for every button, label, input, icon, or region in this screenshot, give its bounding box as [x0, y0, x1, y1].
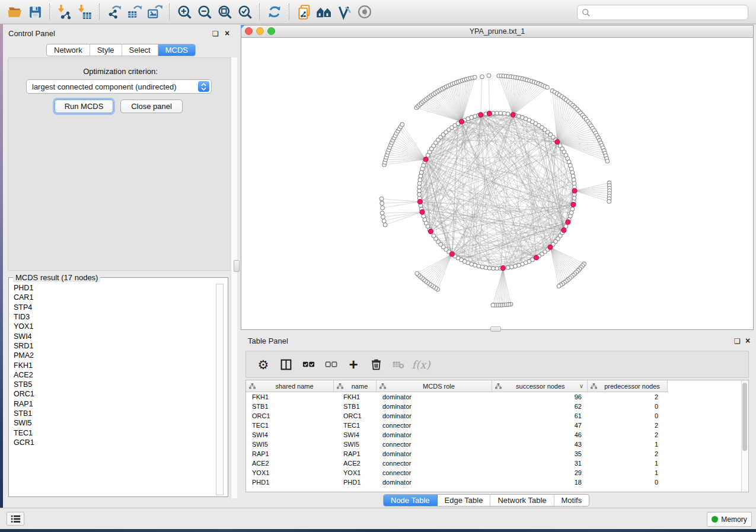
open-folder-icon[interactable] — [5, 2, 25, 22]
table-row[interactable]: YOX1YOX1connector291 — [246, 468, 748, 477]
export-network-icon[interactable] — [104, 2, 125, 22]
network-leaf-node[interactable] — [380, 211, 384, 215]
network-leaf-node[interactable] — [487, 73, 491, 78]
table-row[interactable]: TEC1TEC1connector472 — [246, 421, 748, 430]
tab-motifs[interactable]: Motifs — [554, 495, 589, 506]
mcds-hub-node[interactable] — [571, 202, 576, 207]
network-node[interactable] — [417, 189, 422, 193]
table-row[interactable]: ORC1ORC1dominator610 — [246, 411, 748, 421]
zoom-fit-icon[interactable] — [215, 2, 235, 22]
network-leaf-node[interactable] — [381, 215, 385, 219]
mcds-result-item[interactable]: PMA2 — [10, 351, 215, 360]
control-panel-scrollbar[interactable] — [231, 57, 237, 498]
mcds-result-item[interactable]: TID3 — [10, 312, 215, 322]
mcds-result-item[interactable]: SWI5 — [10, 418, 215, 428]
mcds-hub-node[interactable] — [572, 188, 577, 193]
mcds-hub-node[interactable] — [460, 119, 464, 124]
network-leaf-node[interactable] — [382, 219, 386, 223]
network-leaf-node[interactable] — [607, 200, 611, 204]
network-node[interactable] — [506, 265, 510, 270]
close-panel-button[interactable]: Close panel — [120, 100, 183, 113]
network-node[interactable] — [495, 111, 499, 116]
vizmapper-icon[interactable] — [334, 2, 355, 22]
unselect-all-icon[interactable] — [320, 353, 342, 376]
mcds-hub-node[interactable] — [562, 228, 566, 233]
network-leaf-node[interactable] — [605, 159, 610, 164]
zoom-out-icon[interactable] — [194, 2, 215, 22]
mcds-result-item[interactable]: SRD1 — [10, 341, 215, 351]
mcds-hub-node[interactable] — [511, 113, 515, 117]
show-log-button[interactable] — [7, 512, 24, 525]
mcds-hub-node[interactable] — [487, 111, 492, 116]
search-input[interactable] — [591, 7, 748, 18]
network-node[interactable] — [487, 266, 492, 270]
network-node[interactable] — [510, 265, 514, 269]
network-graph[interactable] — [241, 38, 753, 329]
network-leaf-node[interactable] — [415, 271, 419, 275]
column-header-MCDS-role[interactable]: MCDS role — [377, 380, 492, 392]
export-image-icon[interactable] — [145, 2, 165, 22]
table-row[interactable]: FKH1FKH1dominator962 — [246, 392, 748, 402]
network-node[interactable] — [502, 111, 506, 116]
table-panel-close-icon[interactable]: × — [745, 337, 750, 344]
split-divider-grip-vertical[interactable] — [234, 260, 240, 272]
column-header-name[interactable]: name — [334, 380, 377, 392]
node-table[interactable]: shared namenameMCDS rolesuccessor nodes∨… — [245, 380, 749, 492]
mcds-result-item[interactable]: STP4 — [10, 303, 215, 312]
mcds-result-item[interactable]: YOX1 — [10, 322, 215, 331]
mcds-result-item[interactable]: RAP1 — [10, 399, 215, 409]
mcds-hub-node[interactable] — [420, 210, 425, 214]
table-row[interactable]: ACE2ACE2connector311 — [246, 459, 748, 468]
search-field[interactable] — [577, 5, 748, 20]
network-leaf-node[interactable] — [557, 284, 561, 289]
tab-style[interactable]: Style — [90, 44, 122, 56]
mcds-result-item[interactable]: ORC1 — [10, 389, 215, 399]
refresh-icon[interactable] — [264, 2, 285, 22]
table-row[interactable]: SWI4SWI4dominator462 — [246, 430, 748, 440]
network-node[interactable] — [480, 265, 484, 269]
table-row[interactable]: RAP1RAP1dominator352 — [246, 449, 748, 459]
mcds-result-item[interactable]: STB5 — [10, 380, 215, 389]
mcds-result-item[interactable]: SWI4 — [10, 331, 215, 341]
mcds-hub-node[interactable] — [417, 200, 422, 204]
import-table-icon[interactable] — [75, 2, 95, 22]
mcds-hub-node[interactable] — [500, 266, 505, 271]
control-panel-close-icon[interactable]: × — [225, 30, 229, 37]
memory-button[interactable]: Memory — [707, 512, 752, 527]
eye-icon[interactable] — [355, 2, 375, 22]
mcds-result-item[interactable]: TEC1 — [10, 428, 215, 437]
table-scrollbar[interactable] — [741, 380, 748, 492]
mcds-hub-node[interactable] — [566, 220, 570, 225]
mcds-hub-node[interactable] — [428, 229, 433, 234]
mcds-result-item[interactable]: CAR1 — [10, 293, 215, 302]
network-node[interactable] — [417, 181, 422, 185]
table-panel-float-icon[interactable]: ❏ — [734, 338, 741, 345]
network-node[interactable] — [419, 174, 423, 178]
mcds-hub-node[interactable] — [479, 113, 483, 117]
network-leaf-node[interactable] — [546, 85, 550, 89]
network-node[interactable] — [417, 185, 422, 190]
tab-edge-table[interactable]: Edge Table — [438, 495, 491, 506]
network-node[interactable] — [432, 234, 436, 238]
network-leaf-node[interactable] — [380, 201, 384, 206]
split-divider-grip-horizontal[interactable] — [490, 326, 501, 332]
run-mcds-button[interactable]: Run MCDS — [55, 100, 113, 113]
mcds-hub-node[interactable] — [555, 140, 560, 145]
network-leaf-node[interactable] — [491, 303, 495, 307]
mcds-result-item[interactable]: ACE2 — [10, 370, 215, 380]
select-all-icon[interactable] — [297, 353, 320, 376]
network-node[interactable] — [417, 193, 422, 197]
network-leaf-node[interactable] — [473, 75, 477, 79]
control-panel-float-icon[interactable]: ❏ — [212, 30, 219, 37]
network-leaf-node[interactable] — [383, 223, 387, 227]
table-scrollbar-thumb[interactable] — [742, 383, 747, 451]
table-settings-gear-icon[interactable]: ⚙ — [252, 353, 275, 376]
table-row[interactable]: STB1STB1dominator620 — [246, 402, 748, 411]
tab-mcds[interactable]: MCDS — [158, 44, 195, 56]
network-leaf-node[interactable] — [400, 123, 404, 127]
network-node[interactable] — [495, 267, 499, 271]
network-node[interactable] — [422, 214, 426, 219]
network-node[interactable] — [418, 178, 422, 182]
network-node[interactable] — [499, 111, 503, 116]
mcds-result-item[interactable]: FKH1 — [10, 360, 215, 370]
